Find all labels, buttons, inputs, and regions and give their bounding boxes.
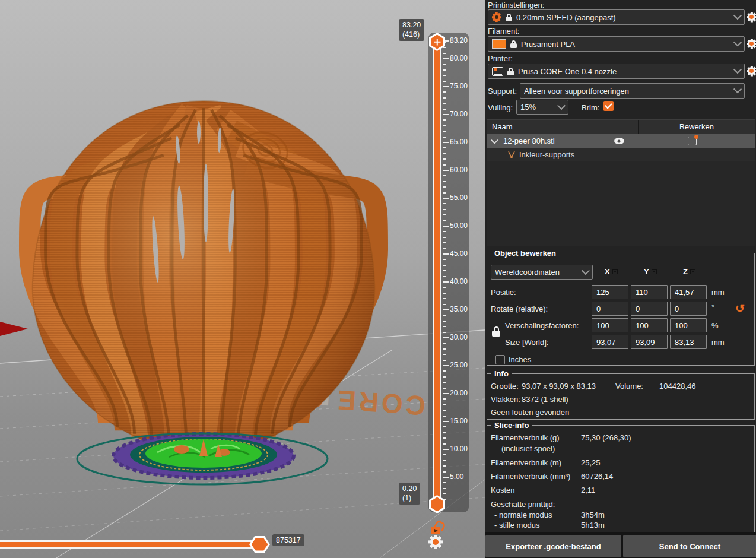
tick-mark bbox=[443, 119, 446, 121]
tick-mark bbox=[443, 276, 446, 277]
cost-value: 2,11 bbox=[581, 486, 595, 494]
coordinate-system-dropdown[interactable]: Wereldcoördinaten bbox=[491, 265, 593, 280]
position-z-field[interactable]: 41,57 bbox=[670, 285, 707, 299]
print-settings-dropdown[interactable]: 0.20mm SPEED (aangepast) bbox=[488, 9, 745, 25]
axis-x-header: X bbox=[605, 267, 618, 276]
tick-mark bbox=[443, 64, 446, 65]
send-to-connect-button[interactable]: Send to Connect bbox=[623, 535, 756, 557]
tick-mark bbox=[443, 382, 446, 383]
chevron-down-icon bbox=[733, 38, 742, 46]
cost-label: Kosten bbox=[491, 486, 514, 494]
layer-slider-top-badge: 83.20 (416) bbox=[399, 19, 424, 41]
layer-slider-bottom-badge: 0.20 (1) bbox=[399, 483, 420, 505]
tick-label: 5.00 bbox=[450, 473, 474, 481]
tick-mark bbox=[443, 488, 446, 489]
size-info-label: Grootte: bbox=[491, 382, 519, 391]
size-info-value: 93,07 x 93,09 x 83,13 bbox=[522, 382, 596, 391]
tick-mark bbox=[443, 75, 446, 76]
support-dropdown[interactable]: Alleen voor supportforceringen bbox=[520, 83, 745, 99]
tick-mark bbox=[443, 226, 449, 227]
subobject-row[interactable]: Inkleur-supports bbox=[487, 148, 755, 161]
tick-mark bbox=[443, 192, 446, 194]
export-gcode-button[interactable]: Exporteer .gcode-bestand bbox=[485, 535, 621, 557]
expand-chevron-icon[interactable] bbox=[491, 137, 498, 144]
tick-mark bbox=[443, 315, 446, 316]
tick-mark bbox=[443, 443, 446, 445]
object-row[interactable]: 12-peer 80h.stl bbox=[487, 134, 755, 148]
tick-mark bbox=[443, 253, 449, 255]
inches-checkbox[interactable] bbox=[495, 355, 505, 364]
info-panel: Info Grootte: 93,07 x 93,09 x 83,13 Volu… bbox=[487, 369, 755, 420]
tick-mark bbox=[443, 214, 446, 215]
position-label: Positie: bbox=[491, 288, 516, 297]
paint-supports-icon bbox=[507, 151, 516, 159]
object-name: 12-peer 80h.stl bbox=[503, 137, 609, 145]
edit-cell[interactable] bbox=[629, 137, 755, 145]
scale-y-field[interactable]: 100 bbox=[631, 318, 668, 332]
axis-z-header: Z bbox=[683, 267, 695, 276]
tick-mark bbox=[443, 175, 446, 176]
position-x-field[interactable]: 125 bbox=[592, 285, 628, 299]
tick-mark bbox=[443, 298, 446, 299]
tick-mark bbox=[443, 147, 446, 148]
3d-viewport[interactable]: PRUSA CORE O bbox=[0, 0, 485, 558]
column-visibility[interactable] bbox=[618, 120, 639, 134]
filament-g-value: 75,30 (268,30) bbox=[581, 433, 631, 442]
tick-mark bbox=[443, 58, 449, 59]
tick-mark bbox=[443, 388, 446, 389]
move-slider-track[interactable] bbox=[0, 540, 265, 549]
support-value: Alleen voor supportforceringen bbox=[524, 87, 730, 96]
print-settings-edit-gear[interactable] bbox=[747, 12, 756, 22]
infill-value: 15% bbox=[520, 103, 554, 112]
model-status: Geen fouten gevonden bbox=[491, 408, 569, 417]
size-x-field[interactable]: 93,07 bbox=[592, 335, 628, 349]
size-z-field[interactable]: 83,13 bbox=[670, 335, 707, 349]
tick-mark bbox=[443, 304, 446, 305]
uniform-scale-lock-icon[interactable] bbox=[492, 326, 500, 337]
filament-value: Prusament PLA bbox=[521, 40, 730, 49]
tick-label: 80.00 bbox=[450, 54, 474, 62]
position-y-field[interactable]: 110 bbox=[631, 285, 668, 299]
tick-mark bbox=[443, 153, 446, 154]
tick-mark bbox=[443, 376, 446, 378]
slider-settings-gear-icon[interactable] bbox=[428, 535, 443, 549]
tick-mark bbox=[443, 131, 446, 132]
tick-mark bbox=[443, 265, 446, 266]
rotate-y-field[interactable]: 0 bbox=[631, 302, 668, 316]
column-name[interactable]: Naam bbox=[487, 120, 618, 134]
scale-x-field[interactable]: 100 bbox=[592, 318, 628, 332]
printer-dropdown[interactable]: Prusa CORE One 0.4 nozzle bbox=[488, 64, 745, 79]
size-y-field[interactable]: 93,09 bbox=[631, 335, 668, 349]
layer-slider-track[interactable] bbox=[433, 38, 441, 508]
rotate-x-field[interactable]: 0 bbox=[592, 302, 628, 316]
printer-label: Printer: bbox=[488, 54, 513, 63]
tick-mark bbox=[443, 332, 446, 333]
tick-label: 45.00 bbox=[450, 249, 474, 258]
tick-mark bbox=[443, 242, 446, 243]
printer-edit-gear[interactable] bbox=[747, 66, 756, 76]
size-unit: mm bbox=[711, 338, 725, 347]
slider-unlock-icon[interactable] bbox=[431, 521, 443, 535]
plus-icon bbox=[431, 35, 443, 49]
size-label: Size [World]: bbox=[505, 338, 548, 347]
tick-mark bbox=[443, 454, 446, 455]
rotate-reset-icon[interactable]: ↺ bbox=[735, 303, 745, 314]
tick-mark bbox=[443, 270, 446, 271]
column-edit[interactable]: Bewerken bbox=[639, 120, 755, 134]
brim-checkbox[interactable] bbox=[603, 101, 614, 111]
tick-mark bbox=[443, 460, 446, 461]
filament-edit-gear[interactable] bbox=[747, 39, 756, 49]
tick-mark bbox=[443, 348, 446, 350]
rotate-z-field[interactable]: 0 bbox=[670, 302, 707, 316]
scale-z-field[interactable]: 100 bbox=[670, 318, 707, 332]
tick-mark bbox=[443, 97, 446, 99]
filament-dropdown[interactable]: Prusament PLA bbox=[488, 36, 745, 52]
tick-mark bbox=[443, 237, 446, 238]
tick-mark bbox=[443, 81, 446, 82]
chevron-down-icon bbox=[733, 65, 742, 74]
visibility-cell[interactable] bbox=[609, 138, 629, 144]
tick-mark bbox=[443, 493, 446, 494]
scale-label: Verschalingsfactoren: bbox=[505, 321, 579, 330]
tick-mark bbox=[443, 471, 446, 473]
infill-dropdown[interactable]: 15% bbox=[516, 100, 568, 115]
